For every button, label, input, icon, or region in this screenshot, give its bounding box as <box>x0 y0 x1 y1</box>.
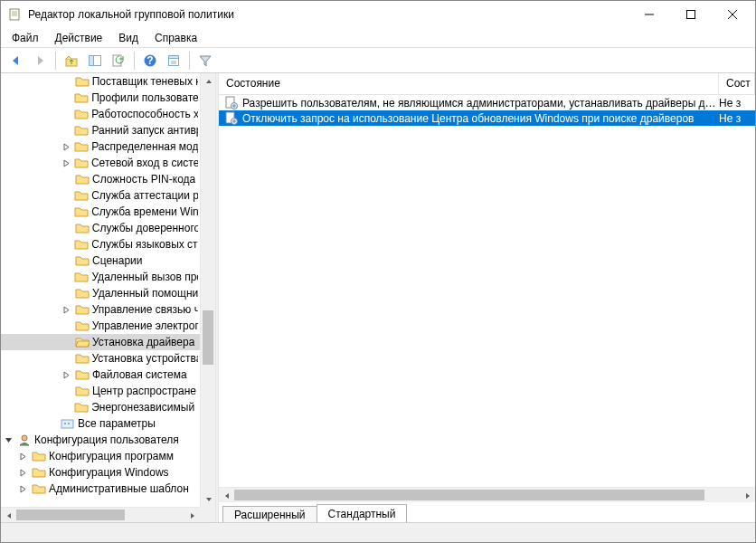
tree-item[interactable]: Сценарии <box>1 252 200 269</box>
tree-item-label: Управление электроп <box>92 319 198 332</box>
scroll-thumb[interactable] <box>203 310 213 365</box>
tree-item[interactable]: Установка драйвера <box>1 334 200 350</box>
tree-item-label: Удаленный помощни <box>92 287 198 300</box>
svg-text:?: ? <box>146 54 153 67</box>
maximize-button[interactable] <box>670 1 712 28</box>
tree-item[interactable]: Удаленный помощни <box>1 285 200 301</box>
user-config-icon <box>17 433 32 446</box>
tree-item[interactable]: Службы языковых ста <box>1 236 200 252</box>
tree-item[interactable]: Распределенная моде <box>1 138 200 155</box>
tree-item[interactable]: Служба времени Wind <box>1 204 200 220</box>
tree-item[interactable]: Управление электроп <box>1 318 200 334</box>
tree-item-label: Ранний запуск антивр <box>91 124 198 137</box>
tree-item[interactable]: Конфигурация Windows <box>1 464 200 481</box>
chevron-right-icon[interactable] <box>62 143 74 151</box>
tree-item[interactable]: Службы доверенного <box>1 220 200 236</box>
scroll-thumb[interactable] <box>234 490 704 500</box>
folder-open-icon <box>75 336 90 348</box>
scroll-down-button[interactable] <box>201 491 215 507</box>
tree-item[interactable]: Служба аттестации ра <box>1 187 200 204</box>
properties-button[interactable] <box>164 51 184 71</box>
scroll-right-button[interactable] <box>184 508 200 522</box>
folder-icon <box>75 319 90 332</box>
tree-item[interactable]: Файловая система <box>1 367 200 383</box>
tabs-bar: Расширенный Стандартный <box>219 502 755 522</box>
tree-hscrollbar[interactable] <box>1 507 200 522</box>
chevron-right-icon[interactable] <box>62 159 74 167</box>
folder-icon <box>75 352 90 365</box>
up-folder-button[interactable] <box>61 51 81 71</box>
refresh-button[interactable] <box>109 51 128 71</box>
tree-vscrollbar[interactable] <box>200 73 215 507</box>
tree-item-label: Административные шаблон <box>49 482 189 495</box>
svg-rect-5 <box>687 11 695 19</box>
tree-item-label: Профили пользовател <box>91 91 198 104</box>
folder-icon <box>75 75 90 88</box>
tree-item[interactable]: Удаленный вызов про <box>1 269 200 285</box>
help-button[interactable]: ? <box>140 51 160 71</box>
tree-item-label: Работоспособность хр <box>91 108 198 120</box>
chevron-right-icon[interactable] <box>19 485 32 493</box>
menu-view[interactable]: Вид <box>111 30 146 46</box>
scroll-thumb[interactable] <box>16 510 125 520</box>
list-body[interactable]: Разрешить пользователям, не являющимся а… <box>219 95 755 487</box>
list-item[interactable]: Разрешить пользователям, не являющимся а… <box>219 95 755 110</box>
tree-item[interactable]: Профили пользовател <box>1 90 200 106</box>
tree-item-label: Удаленный вызов про <box>91 271 198 283</box>
show-hide-tree-button[interactable] <box>85 51 105 71</box>
minimize-button[interactable] <box>628 1 670 28</box>
tree-item[interactable]: Центр распростране <box>1 383 200 399</box>
back-button[interactable] <box>6 51 26 71</box>
menu-file[interactable]: Файл <box>5 30 46 46</box>
tree-item[interactable]: Поставщик теневых к <box>1 73 200 90</box>
list-header: Состояние Сост <box>219 73 755 95</box>
chevron-down-icon[interactable] <box>5 436 17 444</box>
toolbar-separator <box>134 52 135 70</box>
menu-help[interactable]: Справка <box>147 30 204 46</box>
column-header-state[interactable]: Состояние <box>219 73 719 94</box>
tab-standard[interactable]: Стандартный <box>317 504 408 522</box>
chevron-right-icon[interactable] <box>19 469 32 477</box>
column-header-status[interactable]: Сост <box>719 73 755 94</box>
svg-rect-15 <box>169 55 179 58</box>
scroll-track[interactable] <box>201 89 215 491</box>
tree-item-label: Сценарии <box>92 254 142 267</box>
folder-icon <box>74 140 89 153</box>
menu-action[interactable]: Действие <box>48 30 110 46</box>
tree-item[interactable]: Работоспособность хр <box>1 106 200 122</box>
filter-button[interactable] <box>195 51 215 71</box>
tab-extended[interactable]: Расширенный <box>222 506 317 522</box>
scroll-track[interactable] <box>234 488 740 502</box>
tree-item[interactable]: Установка устройства <box>1 350 200 367</box>
scroll-up-button[interactable] <box>201 73 215 89</box>
tree-item[interactable]: Управление связью ч <box>1 301 200 318</box>
scroll-track[interactable] <box>16 508 184 522</box>
folder-icon <box>75 385 90 397</box>
forward-button[interactable] <box>30 51 50 71</box>
details-hscrollbar[interactable] <box>219 487 755 502</box>
tree-item[interactable]: Административные шаблон <box>1 481 200 497</box>
folder-icon <box>75 287 90 300</box>
scroll-left-button[interactable] <box>1 508 16 522</box>
tree-item[interactable]: Все параметры <box>1 415 200 432</box>
tree-item[interactable]: Ранний запуск антивр <box>1 122 200 138</box>
scroll-left-button[interactable] <box>219 488 234 503</box>
svg-point-20 <box>68 423 70 424</box>
close-button[interactable] <box>712 1 753 28</box>
tree-item-label: Энергонезависимый м <box>91 401 198 414</box>
tree-item[interactable]: Конфигурация пользователя <box>1 432 200 448</box>
tree-view[interactable]: Поставщик теневых кПрофили пользователРа… <box>1 73 215 522</box>
chevron-right-icon[interactable] <box>62 371 75 379</box>
chevron-right-icon[interactable] <box>62 306 75 314</box>
tree-item[interactable]: Энергонезависимый м <box>1 399 200 415</box>
list-item[interactable]: Отключить запрос на использование Центра… <box>219 110 755 126</box>
tree-item[interactable]: Конфигурация программ <box>1 448 200 464</box>
tree-item[interactable]: Сложность PIN-кода <box>1 171 200 187</box>
folder-icon <box>32 482 46 495</box>
tree-item[interactable]: Сетевой вход в систем <box>1 155 200 171</box>
toolbar-separator <box>189 52 190 70</box>
titlebar[interactable]: Редактор локальной групповой политики <box>1 1 755 28</box>
chevron-right-icon[interactable] <box>19 452 32 461</box>
folder-icon <box>74 205 89 218</box>
scroll-right-button[interactable] <box>740 488 755 503</box>
